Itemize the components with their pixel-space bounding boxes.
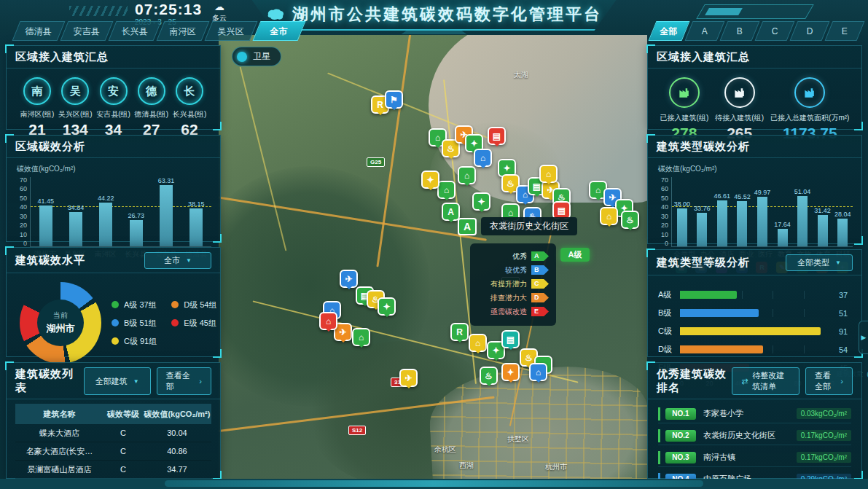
chart-unit-label: 碳效值(kgCO₂/m²) bbox=[17, 164, 211, 174]
satellite-toggle-label: 卫星 bbox=[253, 50, 270, 63]
marker-pin-tip bbox=[507, 379, 515, 386]
map-marker[interactable]: ✈ bbox=[399, 369, 418, 387]
bar bbox=[778, 229, 788, 246]
table-row[interactable]: 景澜富硒山居酒店C34.77 bbox=[15, 461, 211, 479]
clock-time: 07:25:13 bbox=[135, 1, 202, 17]
bar-value: 38.15 bbox=[188, 200, 205, 208]
ranking-row[interactable]: NO.3南浔古镇0.17kgCO₂/m² bbox=[658, 448, 851, 467]
legend-label: C级 91组 bbox=[124, 336, 157, 347]
marker-pin-tip bbox=[325, 328, 332, 335]
map-marker[interactable]: ⌂ bbox=[458, 166, 476, 184]
tab-label: 全市 bbox=[270, 26, 288, 38]
map-marker[interactable]: ♨ bbox=[480, 367, 498, 385]
plot-area: 38.0033.7646.6145.5249.9717.6451.0431.42… bbox=[671, 177, 853, 247]
y-tick: 30 bbox=[15, 214, 27, 220]
level-scope-dropdown[interactable]: 全市▼ bbox=[144, 252, 211, 269]
map-marker[interactable]: ✦ bbox=[378, 297, 396, 316]
marker-glyph: ✈ bbox=[339, 327, 346, 337]
grade-tab-bar: 全部ABCDE bbox=[652, 21, 861, 41]
y-tick: 70 bbox=[15, 177, 27, 184]
map-marker[interactable]: ⌂ bbox=[600, 207, 618, 225]
marker-glyph: A bbox=[447, 207, 454, 217]
map-canvas[interactable]: 卫星 R⚑⌂♨✈✦⌂▤✦⌂♨⌂▤✈♨⌂✦✦⌂♨⌂▤⌂✈✦⌂♨✈⌂▤♨✈⌂⌂✦R⌂… bbox=[219, 35, 647, 479]
road-shield: S12 bbox=[348, 426, 366, 435]
map-marker[interactable]: ♨ bbox=[621, 211, 639, 229]
map-marker[interactable]: ✦ bbox=[421, 171, 439, 189]
map-marker[interactable]: ⌂ bbox=[529, 363, 547, 381]
map-marker[interactable]: ✦ bbox=[501, 363, 520, 381]
marker-pin-tip bbox=[478, 208, 485, 216]
right-edge-expand-handle[interactable]: ▶ bbox=[859, 321, 868, 354]
region-tab-全市[interactable]: 全市 bbox=[253, 21, 306, 41]
view-all-button[interactable]: 查看全部› bbox=[805, 367, 853, 395]
satellite-layer-toggle[interactable]: 卫星 bbox=[232, 47, 281, 66]
map-marker[interactable]: ⌂ bbox=[352, 328, 370, 346]
table-row[interactable]: 蝶来大酒店C30.04 bbox=[15, 424, 211, 442]
type-filter-dropdown[interactable]: 全部类型▼ bbox=[786, 254, 853, 271]
tab-label: 全部 bbox=[660, 26, 678, 38]
grade-tab-D[interactable]: D bbox=[790, 21, 830, 41]
map-place-label: 太湖 bbox=[514, 70, 528, 80]
marker-glyph: R bbox=[377, 100, 383, 110]
panel-title: 建筑碳效水平 bbox=[15, 254, 85, 267]
map-marker[interactable]: ⌂ bbox=[474, 149, 492, 167]
marker-glyph: ⌂ bbox=[475, 338, 480, 348]
map-marker[interactable]: ✦ bbox=[472, 192, 490, 211]
grade-tab-C[interactable]: C bbox=[755, 21, 795, 41]
marker-glyph: ⌂ bbox=[480, 153, 485, 163]
hbar bbox=[680, 345, 763, 353]
map-marker[interactable]: ▤ bbox=[488, 127, 506, 145]
view-all-button[interactable]: 查看全部› bbox=[157, 367, 211, 395]
bars: 41.4534.8444.2226.7363.3138.15 bbox=[31, 177, 211, 246]
bar-column: 49.97 bbox=[754, 177, 771, 246]
map-marker[interactable]: ✈ bbox=[340, 270, 358, 288]
bar bbox=[99, 203, 112, 246]
map-marker[interactable]: ⌂ bbox=[437, 181, 455, 199]
legend-dot bbox=[171, 301, 179, 308]
legend-grade-tag: D bbox=[531, 293, 549, 302]
map-marker[interactable]: ▤ bbox=[501, 330, 520, 348]
grade-tab-E[interactable]: E bbox=[825, 21, 865, 41]
region-tab-安吉县[interactable]: 安吉县 bbox=[60, 21, 114, 41]
region-tab-南浔区[interactable]: 南浔区 bbox=[157, 21, 210, 41]
chevron-down-icon: ▼ bbox=[835, 259, 841, 266]
building-filter-dropdown[interactable]: 全部建筑▼ bbox=[84, 367, 151, 395]
region-stat: 南南浔区(组)21 bbox=[18, 77, 56, 138]
region-tab-德清县[interactable]: 德清县 bbox=[12, 21, 66, 41]
region-tab-长兴县[interactable]: 长兴县 bbox=[109, 21, 162, 41]
map-marker[interactable]: ⌂ bbox=[539, 165, 558, 183]
ranking-row[interactable]: NO.2衣裳街历史文化街区0.17kgCO₂/m² bbox=[658, 426, 851, 445]
chevron-right-icon: › bbox=[199, 377, 202, 386]
bar-column: 41.45 bbox=[37, 177, 54, 246]
ranking-row[interactable]: NO.1李家巷小学0.03kgCO₂/m² bbox=[658, 404, 851, 423]
panel-left-region-summary: 区域接入建筑汇总 南南浔区(组)21吴吴兴区(组)134安安吉县(组)34德德清… bbox=[6, 45, 221, 130]
carbon-table: 建筑名称碳效等级碳效值(kgCO₂/m²) 蝶来大酒店C30.04名豪大酒店(长… bbox=[15, 404, 211, 489]
bar bbox=[818, 215, 828, 246]
bar-column: 38.15 bbox=[188, 177, 205, 246]
panel-building-type-analysis: 建筑类型碳效分析 碳效值(kgCO₂/m²) 70605040302010038… bbox=[647, 135, 862, 244]
region-tab-吴兴区[interactable]: 吴兴区 bbox=[205, 21, 258, 41]
summary-stat: 已接入建筑(组)278 bbox=[660, 77, 709, 142]
rectify-list-button[interactable]: ⇄待整改建筑清单 bbox=[732, 367, 799, 395]
grade-tab-全部[interactable]: 全部 bbox=[649, 21, 690, 41]
map-marker[interactable]: ⚑ bbox=[385, 90, 403, 109]
legend-label: E级 45组 bbox=[184, 318, 216, 329]
marker-glyph: R bbox=[456, 327, 463, 337]
grade-tab-A[interactable]: A bbox=[685, 21, 725, 41]
table-cell: C bbox=[103, 447, 143, 455]
grade-tab-B[interactable]: B bbox=[720, 21, 760, 41]
region-stat: 安安吉县(组)34 bbox=[95, 77, 133, 138]
table-row[interactable]: 名豪大酒店(长安…C40.86 bbox=[15, 442, 211, 461]
map-marker[interactable]: R bbox=[450, 323, 469, 341]
legend-grade-tag: E bbox=[531, 307, 549, 316]
map-marker[interactable]: ⌂ bbox=[319, 312, 337, 330]
map-marker[interactable]: ⌂ bbox=[469, 334, 487, 352]
marker-glyph: ⌂ bbox=[595, 185, 601, 195]
hbar-value: 37 bbox=[839, 291, 848, 300]
hbar-row: D级54 bbox=[658, 340, 850, 359]
legend-label: B级 51组 bbox=[124, 318, 157, 329]
bar bbox=[677, 208, 687, 246]
bar bbox=[837, 219, 848, 246]
hbar-value: 54 bbox=[839, 345, 848, 354]
rank-badge: NO.2 bbox=[665, 430, 696, 442]
